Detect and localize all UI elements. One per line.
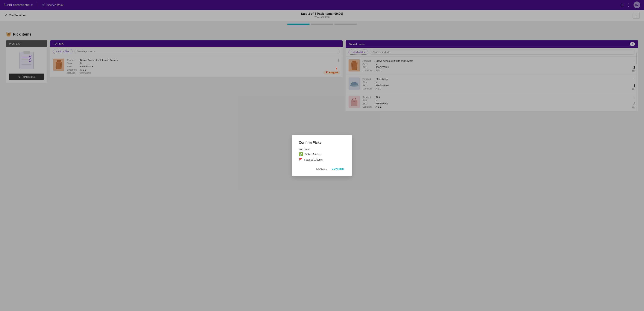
- cancel-button[interactable]: CANCEL: [316, 166, 328, 172]
- picked-count-item: ✅ Picked 9 items: [299, 152, 345, 156]
- check-icon: ✅: [299, 152, 303, 156]
- confirm-button[interactable]: CONFIRM: [331, 166, 345, 172]
- flagged-label: Flagged 1 items: [304, 158, 323, 161]
- modal-overlay: Confirm Picks You have: ✅ Picked 9 items…: [0, 0, 644, 311]
- flagged-items-label: items: [316, 158, 322, 161]
- dialog-title: Confirm Picks: [299, 141, 345, 145]
- dialog-actions: CANCEL CONFIRM: [299, 166, 345, 172]
- picked-count: 9: [313, 153, 314, 156]
- dialog-body: You have:: [299, 148, 345, 151]
- flagged-count: 1: [314, 158, 316, 161]
- picked-label: Picked 9 items: [304, 153, 322, 156]
- flagged-count-item: 🚩 Flagged 1 items: [299, 158, 345, 161]
- picked-items-label: items: [315, 153, 322, 156]
- confirm-picks-dialog: Confirm Picks You have: ✅ Picked 9 items…: [292, 135, 352, 176]
- flag-dialog-icon: 🚩: [299, 158, 302, 161]
